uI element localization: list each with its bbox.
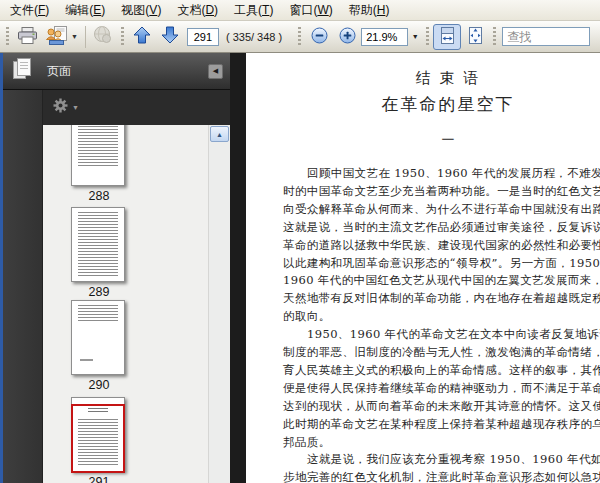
document-line: 便是使得人民保持着继续革命的精神驱动力，而不满足于革命所 xyxy=(283,381,600,396)
fit-page-button[interactable] xyxy=(461,24,489,50)
thumbnail-item: 290 xyxy=(71,300,127,392)
document-line: 这就是说，当时的主流文艺作品必须通过审美途径，反复诉说走 xyxy=(283,220,600,235)
document-line: 1960 年代的中国红色文艺从现代中国的左翼文艺发展而来，又 xyxy=(283,273,600,288)
menu-item-t[interactable]: 工具(T) xyxy=(226,0,281,21)
fit-width-icon xyxy=(440,27,455,47)
document-line: 时的中国革命文艺至少充当着两种功能。一是当时的红色文艺要 xyxy=(283,184,600,199)
menu-item-f[interactable]: 文件(F) xyxy=(2,0,57,21)
page-thumbnail-label: 289 xyxy=(71,285,127,299)
thumbnail-list[interactable]: 288289290291 ▲ xyxy=(43,125,230,483)
review-globe-icon xyxy=(93,26,112,47)
collapse-panel-button[interactable]: ◀ xyxy=(208,64,223,79)
document-page[interactable]: 结 束 语 在革命的星空下 一 回顾中国文艺在 1950、1960 年代的发展历… xyxy=(246,53,600,483)
arrow-down-icon xyxy=(161,26,179,47)
zoom-out-icon xyxy=(311,27,328,47)
review-button xyxy=(89,24,117,50)
previous-page-button[interactable] xyxy=(128,24,156,50)
dropdown-arrow-icon: ▼ xyxy=(71,33,78,40)
arrow-up-icon xyxy=(133,26,151,47)
toolbar-grip[interactable] xyxy=(6,27,9,47)
page-number-input[interactable] xyxy=(187,28,219,46)
thumb-text-lines xyxy=(78,125,118,167)
menu-item-w[interactable]: 窗口(W) xyxy=(281,0,340,21)
toolbar-grip[interactable] xyxy=(298,27,301,47)
page-thumbnail-288[interactable] xyxy=(71,125,125,186)
page-thumbnail-label: 288 xyxy=(71,189,127,203)
navigation-icon-strip xyxy=(3,90,43,483)
thumbnail-item: 291 xyxy=(71,397,127,483)
menu-item-e[interactable]: 编辑(E) xyxy=(57,0,113,21)
find-input[interactable] xyxy=(502,27,590,46)
document-line: 以此建构和巩固革命意识形态的“领导权”。另一方面，1950、 xyxy=(283,256,600,271)
scroll-up-button[interactable]: ▲ xyxy=(210,126,229,142)
panel-options-row: ▼ xyxy=(43,90,230,125)
fit-width-button[interactable] xyxy=(433,24,461,50)
toolbar-grip[interactable] xyxy=(121,27,124,47)
print-button[interactable] xyxy=(13,24,41,50)
document-line: 回顾中国文艺在 1950、1960 年代的发展历程，不难发现，当 xyxy=(283,166,600,181)
thumbnail-item: 289 xyxy=(71,207,127,299)
dropdown-arrow-icon: ▼ xyxy=(72,104,79,111)
thumb-text-lines xyxy=(80,359,93,361)
menu-item-h[interactable]: 帮助(H) xyxy=(341,0,398,21)
menu-bar: 文件(F)编辑(E)视图(V)文档(D)工具(T)窗口(W)帮助(H) xyxy=(0,0,600,21)
zoom-level-input[interactable] xyxy=(361,28,408,46)
document-line: 1950、1960 年代的革命文艺在文本中向读者反复地诉说旧 xyxy=(283,327,600,342)
menu-item-d[interactable]: 文档(D) xyxy=(169,0,226,21)
page-thumbnail-291[interactable] xyxy=(71,397,125,472)
print-icon xyxy=(18,27,37,47)
document-line: 制度的罪恶、旧制度的冷酷与无人性，激发饱满的革命情绪，培 xyxy=(283,345,600,360)
document-line: 育人民英雄主义式的积极向上的革命情感。这样的叙事，其作用 xyxy=(283,363,600,378)
next-page-button[interactable] xyxy=(156,24,184,50)
document-line: 天然地带有反对旧体制的革命功能，内在地存在着超越既定秩序 xyxy=(283,291,600,306)
zoom-in-icon xyxy=(339,27,356,47)
document-line: 这就是说，我们应该充分重视考察 1950、1960 年代如何逐 xyxy=(283,452,600,467)
toolbar-grip[interactable] xyxy=(426,27,429,47)
viewport-indicator[interactable] xyxy=(71,404,125,473)
menu-item-v[interactable]: 视图(V) xyxy=(113,0,169,21)
fit-page-icon xyxy=(468,27,483,47)
thumbnail-item: 288 xyxy=(71,125,127,203)
thumb-text-lines xyxy=(78,305,118,321)
page-thumbnail-label: 290 xyxy=(71,378,127,392)
options-menu-button[interactable]: ▼ xyxy=(52,97,79,118)
pages-icon[interactable] xyxy=(12,57,32,85)
document-line: 向受众解释革命从何而来、为什么不进行革命中国就没有出路。 xyxy=(283,202,600,217)
pages-panel-header: 页面 ◀ xyxy=(3,53,230,90)
document-line: 邦品质。 xyxy=(283,435,331,450)
document-line: 步地完善的红色文化机制，注意此时革命意识形态如何以急功近 xyxy=(283,470,600,483)
collaborate-icon xyxy=(45,26,68,48)
zoom-dropdown-button[interactable]: ▼ xyxy=(408,28,422,46)
toolbar-grip[interactable] xyxy=(493,27,496,47)
zoom-out-button[interactable] xyxy=(305,24,333,50)
zoom-in-button[interactable] xyxy=(333,24,361,50)
chapter-title: 结 束 语 xyxy=(283,69,600,88)
toolbar-separator xyxy=(85,26,86,48)
page-thumbnail-290[interactable] xyxy=(71,300,125,375)
document-line: 此时期的革命文艺在某种程度上保持着某种超越现存秩序的乌托 xyxy=(283,417,600,432)
chapter-subtitle: 在革命的星空下 xyxy=(283,93,600,116)
page-thumbnail-289[interactable] xyxy=(71,207,125,282)
gear-icon xyxy=(52,97,69,118)
thumbnail-scrollbar[interactable]: ▲ xyxy=(208,125,230,483)
document-line: 的取向。 xyxy=(283,309,331,324)
section-marker: 一 xyxy=(283,131,600,149)
collaborate-button[interactable]: ▼ xyxy=(41,24,82,50)
thumb-text-lines xyxy=(78,212,118,276)
panel-title: 页面 xyxy=(47,63,71,80)
main-content: 页面 ◀ ▼ 288289290291 ▲ 结 束 语 在革命的星空下 一 回顾… xyxy=(0,53,600,483)
page-thumbnail-label: 291 xyxy=(71,475,127,483)
document-line: 革命的道路以拯救中华民族、建设现代国家的必然性和必要性， xyxy=(283,238,600,253)
panel-divider[interactable] xyxy=(230,53,246,483)
toolbar: ▼ ( 335/ 348 ) ▼ xyxy=(0,21,600,53)
document-line: 达到的现状，从而向着革命的未来敞开其诗意的情怀。这又使得 xyxy=(283,399,600,414)
page-count-label: ( 335/ 348 ) xyxy=(226,31,282,43)
